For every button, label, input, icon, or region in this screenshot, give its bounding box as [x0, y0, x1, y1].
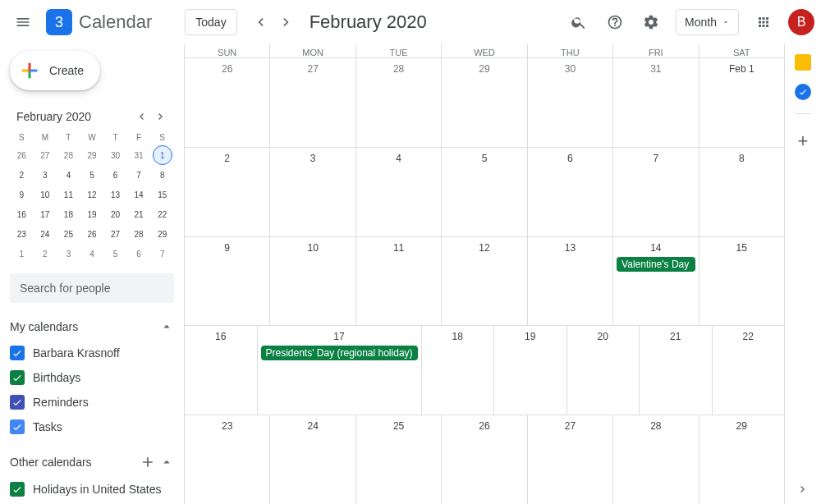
day-cell[interactable]: 14Valentine's Day [612, 237, 698, 326]
day-cell[interactable]: 22 [712, 326, 785, 415]
day-cell[interactable]: 27 [269, 58, 355, 147]
mini-day-cell[interactable]: 8 [153, 165, 172, 185]
mini-day-cell[interactable]: 1 [11, 244, 31, 263]
mini-day-cell[interactable]: 25 [58, 224, 78, 244]
day-cell[interactable]: 9 [185, 237, 269, 326]
apps-button[interactable] [747, 6, 780, 39]
mini-day-cell[interactable]: 11 [58, 185, 78, 204]
mini-day-cell[interactable]: 28 [129, 224, 149, 244]
calendar-checkbox[interactable] [10, 395, 25, 410]
mini-day-cell[interactable]: 19 [82, 204, 102, 224]
day-cell[interactable]: 28 [612, 415, 698, 504]
mini-day-cell[interactable]: 2 [35, 244, 55, 263]
mini-day-cell[interactable]: 17 [35, 204, 55, 224]
mini-day-cell[interactable]: 5 [82, 165, 102, 185]
day-cell[interactable]: 8 [699, 148, 784, 236]
help-button[interactable] [599, 6, 631, 39]
mini-day-cell[interactable]: 18 [58, 204, 78, 224]
other-calendars-header[interactable]: Other calendars [10, 447, 174, 477]
calendar-item[interactable]: Tasks [10, 415, 174, 439]
view-selector[interactable]: Month [676, 9, 739, 35]
mini-day-cell[interactable]: 22 [153, 204, 172, 224]
day-cell[interactable]: 26 [441, 415, 526, 504]
mini-day-cell[interactable]: 20 [106, 204, 126, 224]
day-cell[interactable]: 12 [441, 237, 526, 326]
mini-day-cell[interactable]: 12 [82, 185, 102, 204]
day-cell[interactable]: 23 [185, 415, 269, 504]
main-menu-button[interactable] [7, 6, 39, 39]
day-cell[interactable]: 6 [527, 148, 612, 236]
day-cell[interactable]: 15 [699, 237, 784, 326]
day-cell[interactable]: 27 [527, 415, 612, 504]
day-cell[interactable]: 3 [269, 148, 355, 236]
mini-day-cell[interactable]: 10 [35, 185, 55, 204]
hide-panel-button[interactable] [796, 483, 810, 496]
calendar-checkbox[interactable] [10, 346, 25, 360]
today-button[interactable]: Today [185, 9, 236, 35]
mini-day-cell[interactable]: 15 [153, 185, 172, 204]
tasks-icon[interactable] [795, 84, 811, 100]
mini-day-cell[interactable]: 27 [106, 224, 126, 244]
day-cell[interactable]: 31 [612, 58, 698, 147]
mini-day-cell[interactable]: 30 [106, 145, 126, 165]
prev-month-button[interactable] [247, 9, 273, 35]
mini-day-cell[interactable]: 21 [129, 204, 149, 224]
mini-day-cell[interactable]: 7 [129, 165, 149, 185]
keep-icon[interactable] [795, 54, 811, 71]
day-cell[interactable]: 25 [355, 415, 441, 504]
mini-day-cell[interactable]: 13 [106, 185, 126, 204]
event-chip[interactable]: Presidents' Day (regional holiday) [261, 346, 418, 360]
mini-day-cell[interactable]: 5 [106, 244, 126, 263]
mini-day-cell[interactable]: 6 [106, 165, 126, 185]
search-people-input[interactable]: Search for people [10, 273, 174, 303]
day-cell[interactable]: 21 [639, 326, 712, 415]
day-cell[interactable]: 16 [185, 326, 257, 415]
mini-day-cell[interactable]: 9 [11, 185, 31, 204]
settings-button[interactable] [635, 6, 667, 39]
mini-next-button[interactable] [151, 107, 171, 126]
event-chip[interactable]: Valentine's Day [617, 257, 695, 272]
day-cell[interactable]: Feb 1 [699, 58, 784, 147]
create-button[interactable]: Create [10, 51, 100, 90]
mini-day-cell[interactable]: 29 [82, 145, 102, 165]
mini-day-cell[interactable]: 31 [129, 145, 149, 165]
mini-day-cell[interactable]: 27 [35, 145, 55, 165]
mini-day-cell[interactable]: 6 [129, 244, 149, 263]
day-cell[interactable]: 20 [566, 326, 640, 415]
calendar-item[interactable]: Holidays in United States [10, 477, 174, 502]
day-cell[interactable]: 2 [185, 148, 269, 236]
day-cell[interactable]: 19 [493, 326, 566, 415]
day-cell[interactable]: 29 [441, 58, 526, 147]
day-cell[interactable]: 26 [185, 58, 269, 147]
my-calendars-header[interactable]: My calendars [10, 313, 174, 341]
calendar-item[interactable]: Barbara Krasnoff [10, 341, 174, 365]
mini-day-cell[interactable]: 29 [153, 224, 172, 244]
day-cell[interactable]: 13 [527, 237, 612, 326]
mini-day-cell[interactable]: 1 [153, 145, 172, 165]
plus-icon[interactable] [140, 454, 156, 470]
add-addon-button[interactable]: + [798, 131, 809, 152]
calendar-checkbox[interactable] [10, 419, 25, 434]
mini-day-cell[interactable]: 16 [11, 204, 31, 224]
next-month-button[interactable] [273, 9, 300, 35]
day-cell[interactable]: 5 [441, 148, 526, 236]
mini-day-cell[interactable]: 26 [82, 224, 102, 244]
mini-day-cell[interactable]: 26 [11, 145, 31, 165]
calendar-item[interactable]: Reminders [10, 390, 174, 415]
mini-day-cell[interactable]: 3 [35, 165, 55, 185]
calendar-checkbox[interactable] [10, 482, 25, 497]
day-cell[interactable]: 29 [699, 415, 784, 504]
mini-day-cell[interactable]: 28 [58, 145, 78, 165]
account-avatar[interactable]: B [788, 9, 814, 35]
mini-day-cell[interactable]: 14 [129, 185, 149, 204]
day-cell[interactable]: 4 [355, 148, 441, 236]
day-cell[interactable]: 18 [421, 326, 494, 415]
day-cell[interactable]: 10 [269, 237, 355, 326]
day-cell[interactable]: 24 [269, 415, 355, 504]
calendar-item[interactable]: Birthdays [10, 365, 174, 390]
mini-day-cell[interactable]: 2 [11, 165, 31, 185]
day-cell[interactable]: 11 [355, 237, 441, 326]
day-cell[interactable]: 28 [355, 58, 441, 147]
mini-day-cell[interactable]: 24 [35, 224, 55, 244]
mini-prev-button[interactable] [131, 107, 151, 126]
